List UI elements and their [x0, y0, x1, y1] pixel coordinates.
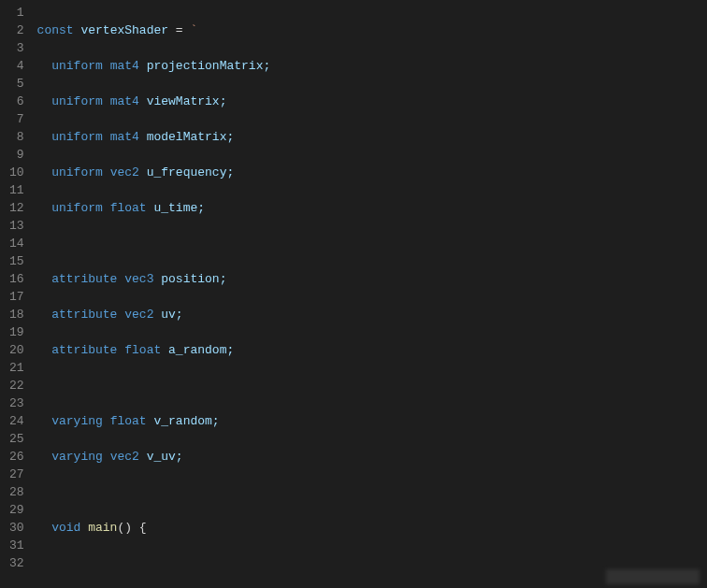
- line-number: 27: [9, 466, 24, 483]
- line-number: 10: [9, 164, 24, 181]
- code-line[interactable]: [37, 483, 707, 501]
- line-number: 30: [9, 519, 24, 537]
- line-number: 22: [9, 377, 24, 394]
- line-number: 11: [9, 181, 24, 199]
- code-line[interactable]: varying vec2 v_uv;: [37, 448, 707, 466]
- line-number: 25: [9, 430, 24, 448]
- code-line[interactable]: uniform vec2 u_frequency;: [37, 164, 707, 181]
- line-number: 6: [9, 93, 24, 110]
- line-number: 23: [9, 394, 24, 412]
- line-number: 9: [9, 146, 24, 164]
- code-line[interactable]: [37, 377, 707, 394]
- line-number: 29: [9, 501, 24, 519]
- line-number: 19: [9, 323, 24, 341]
- line-number: 18: [9, 306, 24, 323]
- code-editor[interactable]: const vertexShader = ` uniform mat4 proj…: [37, 0, 707, 588]
- code-line[interactable]: [37, 235, 707, 252]
- code-line[interactable]: uniform mat4 modelMatrix;: [37, 128, 707, 146]
- line-number: 14: [9, 235, 24, 252]
- code-line[interactable]: uniform mat4 viewMatrix;: [37, 93, 707, 110]
- line-number: 13: [9, 217, 24, 235]
- line-number: 28: [9, 483, 24, 501]
- code-line[interactable]: uniform float u_time;: [37, 199, 707, 217]
- line-number: 17: [9, 288, 24, 306]
- code-line[interactable]: attribute vec3 position;: [37, 270, 707, 288]
- line-number: 16: [9, 270, 24, 288]
- line-number: 15: [9, 252, 24, 270]
- line-number: 4: [9, 57, 24, 75]
- line-number: 26: [9, 448, 24, 466]
- line-number: 3: [9, 39, 24, 57]
- decorative-smudge: [606, 569, 700, 584]
- line-number-gutter: 1 2 3 4 5 6 7 8 9 10 11 12 13 14 15 16 1…: [0, 0, 37, 588]
- line-number: 32: [9, 554, 24, 572]
- line-number: 1: [9, 4, 24, 22]
- line-number: 12: [9, 199, 24, 217]
- code-line[interactable]: varying float v_random;: [37, 412, 707, 430]
- code-line[interactable]: attribute vec2 uv;: [37, 306, 707, 323]
- line-number: 31: [9, 537, 24, 554]
- code-line[interactable]: void main() {: [37, 519, 707, 537]
- code-line[interactable]: uniform mat4 projectionMatrix;: [37, 57, 707, 75]
- line-number: 21: [9, 359, 24, 377]
- line-number: 24: [9, 412, 24, 430]
- line-number: 2: [9, 22, 24, 39]
- line-number: 20: [9, 341, 24, 359]
- line-number: 8: [9, 128, 24, 146]
- code-line[interactable]: const vertexShader = `: [37, 22, 707, 39]
- line-number: 5: [9, 75, 24, 93]
- code-line[interactable]: attribute float a_random;: [37, 341, 707, 359]
- line-number: 7: [9, 110, 24, 128]
